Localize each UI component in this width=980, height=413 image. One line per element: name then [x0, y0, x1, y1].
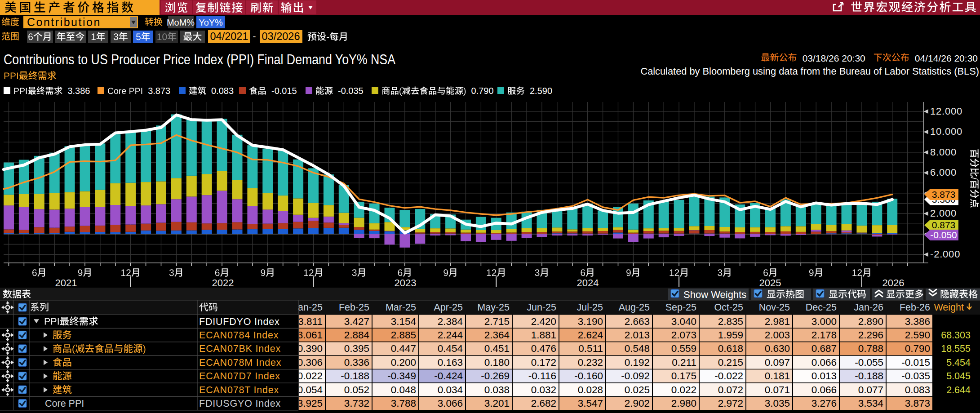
svg-text:2.663: 2.663	[625, 316, 650, 327]
svg-text:-0.116: -0.116	[528, 370, 556, 382]
svg-text:0.215: 0.215	[718, 357, 743, 368]
svg-text:3.788: 3.788	[391, 398, 416, 409]
svg-text:2.885: 2.885	[391, 329, 416, 341]
svg-text:2.715: 2.715	[484, 316, 510, 327]
svg-text:10.000: 10.000	[930, 126, 962, 137]
svg-text:03/2026: 03/2026	[262, 31, 300, 42]
svg-text:0.390: 0.390	[297, 343, 323, 354]
svg-text:-0.015: -0.015	[901, 357, 930, 368]
svg-text:2026: 2026	[882, 277, 905, 289]
svg-text:3.276: 3.276	[811, 398, 837, 409]
svg-text:2022: 2022	[212, 277, 234, 289]
svg-text:3.811: 3.811	[298, 316, 323, 327]
svg-text:3.040: 3.040	[671, 316, 696, 327]
svg-text:2024: 2024	[577, 277, 599, 289]
svg-text:ECAN07D7 Index: ECAN07D7 Index	[199, 371, 280, 382]
svg-text:0.048: 0.048	[391, 384, 416, 395]
svg-text:0.451: 0.451	[484, 343, 510, 354]
svg-text:6.000: 6.000	[930, 167, 957, 178]
svg-text:0.097: 0.097	[765, 357, 790, 368]
svg-text:04/2021: 04/2021	[210, 31, 248, 42]
svg-text:3.000: 3.000	[811, 316, 837, 327]
svg-text:0.028: 0.028	[578, 384, 603, 395]
svg-text:2.364: 2.364	[484, 329, 510, 341]
svg-text:MoM%: MoM%	[167, 18, 195, 27]
svg-text:0.788: 0.788	[858, 343, 883, 354]
svg-text:0.077: 0.077	[858, 384, 883, 395]
svg-text:Contributions to US Producer P: Contributions to US Producer Price Index…	[4, 51, 396, 67]
svg-text:3.061: 3.061	[297, 329, 323, 341]
svg-text:2.244: 2.244	[438, 329, 463, 341]
svg-text:Feb-25: Feb-25	[339, 302, 369, 313]
svg-text:3.190: 3.190	[578, 316, 603, 327]
svg-text:2.384: 2.384	[438, 316, 463, 327]
svg-text:Dec-25: Dec-25	[806, 302, 837, 313]
svg-text:May-25: May-25	[477, 302, 510, 313]
svg-text:2.835: 2.835	[718, 316, 743, 327]
svg-text:0.175: 0.175	[671, 370, 696, 382]
svg-text:2.590: 2.590	[905, 329, 930, 341]
svg-text:3.732: 3.732	[344, 398, 369, 409]
svg-text:2.980: 2.980	[671, 398, 696, 409]
svg-text:Show Weights: Show Weights	[683, 289, 746, 300]
svg-text:0.873: 0.873	[932, 220, 956, 230]
svg-text:Feb-26: Feb-26	[900, 302, 930, 313]
svg-text:2.073: 2.073	[671, 329, 696, 341]
svg-text:Apr-25: Apr-25	[434, 302, 463, 313]
svg-text:18.555: 18.555	[941, 343, 971, 354]
svg-text:ECAN078T Index: ECAN078T Index	[199, 385, 279, 395]
svg-text:2.884: 2.884	[344, 329, 369, 341]
svg-text:ECAN07BK Index: ECAN07BK Index	[199, 343, 281, 354]
svg-text:-0.269: -0.269	[481, 370, 510, 382]
svg-text:0.511: 0.511	[578, 343, 603, 354]
svg-text:0.630: 0.630	[765, 343, 790, 354]
svg-text:0.790: 0.790	[471, 86, 494, 96]
svg-text:3.534: 3.534	[858, 398, 883, 409]
svg-text:3.201: 3.201	[484, 398, 510, 409]
svg-text:2.013: 2.013	[625, 329, 650, 341]
svg-text:Mar-25: Mar-25	[386, 302, 416, 313]
svg-text:0.066: 0.066	[811, 384, 837, 395]
svg-text:0.192: 0.192	[625, 357, 650, 368]
svg-text:-2.000: -2.000	[930, 249, 960, 260]
svg-text:FDIUSGYO Index: FDIUSGYO Index	[199, 398, 281, 409]
svg-text:0.072: 0.072	[718, 384, 743, 395]
svg-text:0.476: 0.476	[531, 343, 556, 354]
svg-text:0.180: 0.180	[484, 357, 510, 368]
svg-text:0.034: 0.034	[438, 384, 463, 395]
svg-text:0.232: 0.232	[578, 357, 603, 368]
svg-text:2025: 2025	[759, 277, 781, 289]
svg-text:5.045: 5.045	[946, 371, 971, 382]
svg-text:3.386: 3.386	[67, 86, 90, 96]
svg-text:2.003: 2.003	[765, 329, 790, 341]
svg-text:0.083: 0.083	[211, 86, 234, 96]
svg-text:0.200: 0.200	[391, 357, 416, 368]
svg-text:3.386: 3.386	[905, 316, 930, 327]
svg-text:2.890: 2.890	[858, 316, 883, 327]
svg-text:3.427: 3.427	[344, 316, 369, 327]
svg-text:2.972: 2.972	[718, 398, 743, 409]
svg-text:0.181: 0.181	[765, 370, 790, 382]
svg-text:04/14/26 20:30: 04/14/26 20:30	[915, 53, 978, 63]
svg-text:0.054: 0.054	[297, 384, 323, 395]
svg-text:3.925: 3.925	[297, 398, 323, 409]
svg-text:Sep-25: Sep-25	[665, 302, 696, 313]
svg-text:0.071: 0.071	[765, 384, 790, 395]
svg-text:-0.050: -0.050	[930, 230, 957, 240]
svg-text:-0.015: -0.015	[271, 86, 297, 96]
svg-text:ECAN078M Index: ECAN078M Index	[199, 357, 281, 368]
svg-text:FDIUFDYO Index: FDIUFDYO Index	[199, 316, 280, 327]
svg-text:-0.092: -0.092	[621, 370, 650, 382]
svg-text:-0.188: -0.188	[341, 370, 369, 382]
svg-text:-0.424: -0.424	[434, 370, 463, 382]
svg-text:0.083: 0.083	[905, 384, 930, 395]
svg-text:0.447: 0.447	[391, 343, 416, 354]
svg-text:2021: 2021	[55, 277, 77, 289]
svg-text:5.454: 5.454	[946, 357, 971, 368]
svg-text:2.682: 2.682	[531, 398, 556, 409]
svg-text:0.790: 0.790	[905, 343, 930, 354]
svg-text:0.687: 0.687	[811, 343, 837, 354]
svg-text:0.306: 0.306	[297, 357, 323, 368]
svg-text:2.624: 2.624	[578, 329, 603, 341]
svg-text:2.178: 2.178	[811, 329, 837, 341]
